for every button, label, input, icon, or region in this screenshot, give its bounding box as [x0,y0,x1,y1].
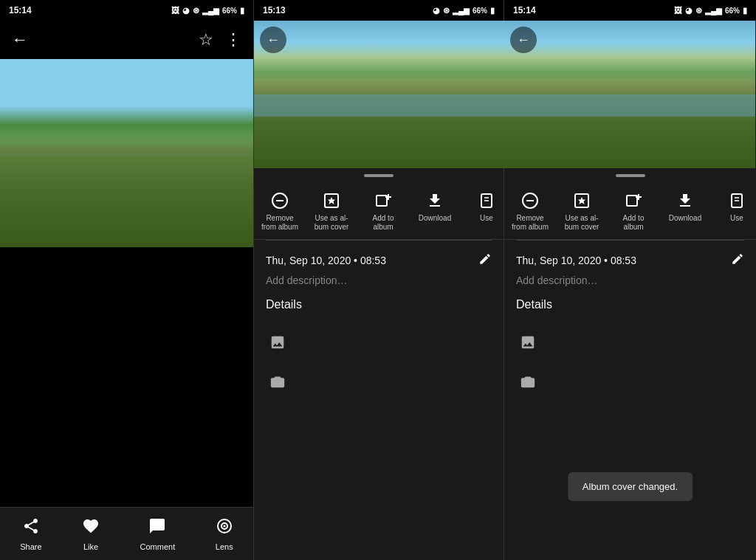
action-use-mid[interactable]: Use [461,186,504,236]
remove-album-icon-mid [269,190,290,211]
mid-status-bar: 15:13 ◕ ⊛ ▂▄▆ 66% ▮ [254,0,504,21]
svg-rect-7 [377,196,387,206]
edit-icon-right[interactable] [731,252,744,269]
mid-landscape-photo [254,21,505,168]
share-icon [22,517,40,539]
action-remove-right[interactable]: Remove from album [504,186,556,236]
use-icon-mid [476,190,497,211]
battery-icon: 66% [222,7,237,15]
back-icon[interactable]: ← [12,30,28,49]
nav-comment[interactable]: Comment [140,517,176,551]
landscape-photo [0,59,253,247]
toast-text: Album cover changed. [583,481,678,492]
more-icon[interactable]: ⋮ [225,30,241,49]
album-cover-icon-mid [321,190,342,211]
camera-icon-right [516,369,540,393]
left-panel: 15:14 🖼 ◕ ⊛ ▂▄▆ 66% ▮ ← ☆ ⋮ Share [0,0,253,560]
right-landscape-photo [504,21,755,168]
action-cover-label-mid: Use as al- bum cover [313,214,350,232]
use-icon-right [726,190,747,211]
right-battery-symbol: ▮ [743,6,747,15]
edit-icon-mid[interactable] [478,252,492,269]
album-cover-icon-right [571,190,592,211]
nav-share[interactable]: Share [20,517,41,551]
left-time: 15:14 [9,5,32,15]
download-icon-mid [425,190,445,211]
image-icon-mid [266,331,289,354]
mid-photo-area: ← [254,21,505,168]
svg-point-13 [277,380,279,382]
photo-datetime-right: Thu, Sep 10, 2020 • 08:53 [516,252,744,269]
add-description-right[interactable]: Add description… [516,274,744,286]
add-album-icon-right [623,190,644,211]
action-bar-mid: Remove from album Use as al- bum cover A… [254,183,504,240]
action-cover-label-right: Use as al- bum cover [563,214,600,232]
add-album-icon-mid [373,190,394,211]
left-top-bar: ← ☆ ⋮ [0,21,253,59]
bluetooth-icon: ◕ [182,6,190,15]
details-header-right: Details [516,298,744,311]
mid-time: 15:13 [263,5,286,15]
nav-lens[interactable]: Lens [216,517,233,551]
like-label: Like [83,542,98,551]
action-cover-mid[interactable]: Use as al- bum cover [306,186,357,236]
action-bar-right: Remove from album Use as al- bum cover A… [504,183,756,240]
right-signal-icon: ▂▄▆ [705,7,722,15]
detail-row-image-right [516,323,744,362]
gallery-icon: 🖼 [171,6,179,15]
right-photo-area: ← [504,21,755,168]
lens-icon [216,517,233,539]
middle-panel: 15:13 ◕ ⊛ ▂▄▆ 66% ▮ ← Remove from album [253,0,504,560]
svg-marker-17 [578,197,585,204]
action-remove-mid[interactable]: Remove from album [254,186,306,236]
left-image-area [0,59,253,247]
action-download-label-mid: Download [419,214,451,223]
datetime-text-mid: Thu, Sep 10, 2020 • 08:53 [266,255,386,266]
mid-bluetooth-icon: ◕ [433,6,440,15]
action-use-right[interactable]: Use [711,186,756,236]
action-add-right[interactable]: Add to album [608,186,659,236]
remove-album-icon-right [520,190,540,211]
left-status-bar: 15:14 🖼 ◕ ⊛ ▂▄▆ 66% ▮ [0,0,253,21]
nav-like[interactable]: Like [82,517,100,551]
right-gallery-icon: 🖼 [674,6,682,15]
right-wifi-icon: ⊛ [695,6,702,15]
right-time: 15:14 [513,5,536,15]
right-back-button[interactable]: ← [510,27,537,53]
mid-wifi-icon: ⊛ [443,6,450,15]
battery-symbol: ▮ [240,6,244,15]
action-remove-label-right: Remove from album [512,214,549,232]
action-use-label-mid: Use [480,214,493,223]
action-add-mid[interactable]: Add to album [357,186,409,236]
signal-icon: ▂▄▆ [202,7,219,15]
photo-datetime-mid: Thu, Sep 10, 2020 • 08:53 [266,252,492,269]
image-icon-right [516,331,540,354]
mid-signal-icon: ▂▄▆ [453,7,470,15]
detail-row-camera-mid [266,362,492,400]
detail-row-camera-right [516,362,744,400]
photo-reeds [0,134,253,247]
action-add-label-right: Add to album [615,214,652,232]
action-remove-label-mid: Remove from album [261,214,298,232]
lens-label: Lens [216,542,233,551]
action-cover-right[interactable]: Use as al- bum cover [556,186,608,236]
mid-back-button[interactable]: ← [260,27,286,53]
right-battery: 66% [725,7,740,15]
share-label: Share [20,542,41,551]
left-status-icons: 🖼 ◕ ⊛ ▂▄▆ 66% ▮ [171,6,244,15]
svg-point-2 [223,525,225,527]
info-section-mid: Thu, Sep 10, 2020 • 08:53 Add descriptio… [254,241,504,412]
add-description-mid[interactable]: Add description… [266,274,492,286]
star-icon[interactable]: ☆ [199,30,213,49]
camera-icon-mid [266,369,289,393]
action-download-right[interactable]: Download [659,186,711,236]
scroll-indicator-right [616,174,645,177]
action-download-mid[interactable]: Download [409,186,461,236]
detail-row-image-mid [266,323,492,362]
comment-label: Comment [140,542,176,551]
datetime-text-right: Thu, Sep 10, 2020 • 08:53 [516,255,636,266]
toast-notification: Album cover changed. [568,472,693,501]
mid-battery-symbol: ▮ [490,6,495,15]
action-download-label-right: Download [669,214,701,223]
scroll-indicator-mid [364,174,394,177]
